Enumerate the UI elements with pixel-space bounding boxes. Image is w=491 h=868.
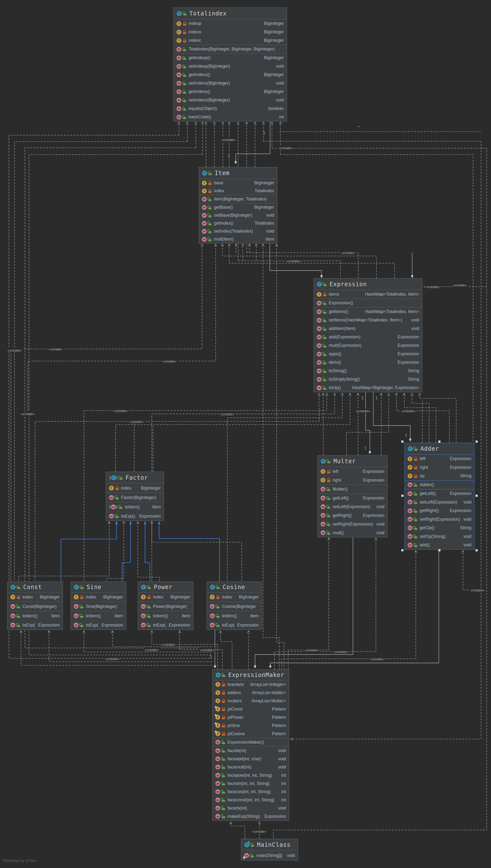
class-item[interactable]: CItemfbaseBigIntegerfindexTotalindexmIte… bbox=[199, 167, 277, 243]
edge[interactable] bbox=[231, 822, 245, 839]
member-row[interactable]: mmakeExp(String)Expression bbox=[212, 812, 289, 820]
member-row[interactable]: mtoExp()Expression bbox=[7, 620, 63, 630]
member-row[interactable]: msetLeft(Expression)void bbox=[318, 502, 387, 511]
member-row[interactable]: mAdder() bbox=[405, 480, 474, 489]
edge[interactable] bbox=[19, 521, 109, 581]
member-row[interactable]: frightExpression bbox=[405, 463, 474, 472]
class-header[interactable]: CMulter bbox=[318, 456, 387, 467]
edge[interactable] bbox=[263, 141, 481, 739]
member-row[interactable]: mhashCode()int bbox=[174, 113, 287, 121]
class-sine[interactable]: CSinefindexBigIntegermSine(BigInteger)mt… bbox=[70, 582, 126, 630]
diagram-canvas[interactable]: CTotalindexfindexpBigIntegerfindexsBigIn… bbox=[0, 0, 491, 868]
class-totalindex[interactable]: CTotalindexfindexpBigIntegerfindexsBigIn… bbox=[173, 7, 287, 122]
class-header[interactable]: CConst bbox=[7, 582, 63, 592]
member-row[interactable]: mCosine(BigInteger) bbox=[207, 602, 262, 611]
selection-handle[interactable] bbox=[438, 440, 440, 443]
edge[interactable] bbox=[25, 148, 212, 648]
member-row[interactable]: faddersArrayList<Adder> bbox=[212, 688, 289, 697]
member-row[interactable]: mmult()void bbox=[318, 528, 387, 537]
class-header[interactable]: CTotalindex bbox=[174, 8, 287, 19]
member-row[interactable]: fptPowerPattern bbox=[212, 713, 289, 721]
member-row[interactable]: mfacemult(int)void bbox=[212, 763, 289, 771]
member-row[interactable]: frightExpression bbox=[318, 476, 387, 485]
edge[interactable] bbox=[397, 393, 450, 443]
member-row[interactable]: mtoExp()Expression bbox=[207, 620, 262, 630]
member-row[interactable]: findexBigInteger bbox=[71, 592, 126, 601]
member-row[interactable]: msetIndexp(BigInteger)void bbox=[174, 62, 287, 70]
member-row[interactable]: mtoExp()Expression bbox=[138, 620, 193, 630]
class-header[interactable]: CSine bbox=[71, 582, 126, 592]
member-row[interactable]: findexBigInteger bbox=[138, 592, 193, 601]
member-row[interactable]: mSine(BigInteger) bbox=[71, 602, 126, 611]
member-row[interactable]: fopString bbox=[405, 472, 474, 480]
member-row[interactable]: mtoItem()Item bbox=[207, 611, 262, 620]
member-row[interactable]: msetIndexs(BigInteger)void bbox=[174, 79, 287, 87]
selection-handle[interactable] bbox=[475, 495, 478, 497]
member-row[interactable]: madditem(Item)void bbox=[314, 324, 422, 333]
edge[interactable] bbox=[61, 521, 117, 582]
edge[interactable] bbox=[236, 121, 270, 164]
edge[interactable] bbox=[263, 244, 279, 670]
member-row[interactable]: mConst(BigInteger) bbox=[7, 602, 63, 611]
class-const[interactable]: CConstfindexBigIntegermConst(BigInteger)… bbox=[7, 582, 63, 630]
member-row[interactable]: mtoExp()Expression bbox=[71, 620, 126, 630]
member-row[interactable]: mfacelb(int)void bbox=[212, 746, 289, 755]
member-row[interactable]: fptCosinePattern bbox=[212, 730, 289, 738]
edge[interactable] bbox=[145, 521, 150, 582]
member-row[interactable]: mItem(BigInteger, Totalindex) bbox=[199, 195, 277, 203]
edge[interactable] bbox=[9, 135, 212, 658]
member-row[interactable]: fleftExpression bbox=[405, 455, 474, 463]
edge[interactable] bbox=[420, 393, 456, 443]
member-row[interactable]: mTotalindex(BigInteger, BigInteger, BigI… bbox=[174, 45, 287, 53]
member-row[interactable]: fbracketsArrayList<Integer> bbox=[212, 680, 289, 688]
member-row[interactable]: findexBigInteger bbox=[106, 484, 164, 493]
edge[interactable] bbox=[116, 393, 350, 472]
member-row[interactable]: mgetLeft()Expression bbox=[405, 489, 474, 498]
class-header[interactable]: (C)Factor bbox=[106, 472, 164, 484]
selection-handle[interactable] bbox=[475, 549, 478, 551]
member-row[interactable]: mtoExp()Expression bbox=[106, 512, 164, 521]
member-row[interactable]: fleftExpression bbox=[318, 467, 387, 476]
member-row[interactable]: mExpressionMaker() bbox=[212, 738, 289, 746]
class-adder[interactable]: CAdderfleftExpressionfrightExpressionfop… bbox=[404, 443, 474, 550]
member-row[interactable]: findexcBigInteger bbox=[174, 36, 287, 45]
edge[interactable] bbox=[373, 392, 410, 441]
edge[interactable] bbox=[404, 393, 436, 443]
member-row[interactable]: madd(Expression)Expression bbox=[314, 333, 422, 341]
edge[interactable] bbox=[412, 393, 429, 443]
class-header[interactable]: CCosine bbox=[207, 582, 262, 592]
edge[interactable] bbox=[152, 521, 242, 581]
member-row[interactable]: mFactor(BigInteger) bbox=[106, 493, 164, 502]
selection-handle[interactable] bbox=[438, 549, 440, 551]
member-row[interactable]: msetIndexc(BigInteger)void bbox=[174, 96, 287, 104]
member-row[interactable]: mtoString()String bbox=[314, 367, 422, 375]
member-row[interactable]: mfaceconst(int, int, String)int bbox=[212, 796, 289, 804]
member-row[interactable]: mtoItem()Item bbox=[71, 611, 126, 620]
member-row[interactable]: mmult(Expression)Expression bbox=[314, 341, 422, 350]
member-row[interactable]: mfacesin(int, int, String)int bbox=[212, 779, 289, 787]
edge[interactable] bbox=[159, 521, 220, 582]
class-header[interactable]: CAdder bbox=[405, 443, 474, 455]
edge[interactable] bbox=[28, 244, 215, 414]
edge[interactable] bbox=[49, 630, 212, 662]
member-row[interactable]: mgetBase()BigInteger bbox=[199, 204, 277, 211]
member-row[interactable]: msetRight(Expression)void bbox=[318, 520, 387, 528]
edge[interactable] bbox=[122, 521, 131, 582]
member-row[interactable]: mgetItems()HashMap<Totalindex, Item> bbox=[314, 307, 422, 316]
class-header[interactable]: CMainClass bbox=[241, 839, 298, 850]
member-row[interactable]: fptSinePattern bbox=[212, 721, 289, 730]
edge[interactable] bbox=[277, 244, 284, 670]
member-row[interactable]: fmultersArrayList<Multer> bbox=[212, 697, 289, 705]
selection-handle[interactable] bbox=[401, 549, 403, 551]
class-factor[interactable]: (C)FactorfindexBigIntegermFactor(BigInte… bbox=[106, 472, 164, 521]
class-header[interactable]: CExpression bbox=[314, 278, 422, 290]
member-row[interactable]: mfacerb(int)void bbox=[212, 804, 289, 812]
member-row[interactable]: findexpBigInteger bbox=[174, 19, 287, 28]
member-row[interactable]: mfaceadd(int, char)void bbox=[212, 755, 289, 763]
member-row[interactable]: madd()void bbox=[405, 541, 474, 550]
member-row[interactable]: mmain(String[])void bbox=[241, 850, 298, 860]
member-row[interactable]: msetIndex(Totalindex)void bbox=[199, 227, 277, 235]
class-cosine[interactable]: CCosinefindexBigIntegermCosine(BigIntege… bbox=[207, 582, 262, 630]
member-row[interactable]: mtoItem()Item bbox=[138, 611, 193, 620]
class-header[interactable]: CPower bbox=[138, 582, 193, 592]
